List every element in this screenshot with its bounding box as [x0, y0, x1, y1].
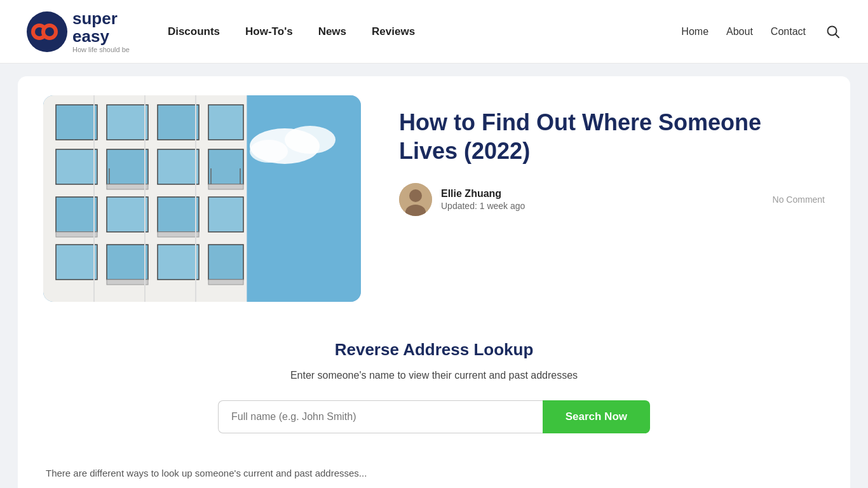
logo-text: super easy How life should be [72, 10, 130, 53]
svg-point-9 [285, 126, 336, 154]
content-card: How to Find Out Where Someone Lives (202… [18, 76, 850, 488]
svg-rect-18 [158, 149, 199, 184]
name-search-input[interactable] [218, 400, 543, 433]
nav-contact[interactable]: Contact [771, 26, 806, 37]
svg-rect-33 [107, 245, 148, 280]
svg-rect-13 [107, 105, 148, 140]
svg-rect-14 [158, 105, 199, 140]
search-icon [826, 25, 840, 39]
author-avatar [399, 183, 432, 216]
svg-rect-36 [107, 280, 148, 285]
hero-text: How to Find Out Where Someone Lives (202… [399, 95, 825, 216]
nav-discounts[interactable]: Discounts [168, 25, 220, 38]
nav-about[interactable]: About [726, 26, 753, 37]
lookup-form: Search Now [218, 400, 650, 433]
svg-rect-34 [158, 245, 199, 280]
svg-rect-12 [56, 105, 97, 140]
author-row: Ellie Zhuang Updated: 1 week ago No Comm… [399, 183, 825, 216]
hero-section: How to Find Out Where Someone Lives (202… [43, 95, 825, 302]
main-content: How to Find Out Where Someone Lives (202… [0, 64, 868, 488]
lookup-subtitle: Enter someone's name to view their curre… [56, 370, 812, 381]
author-date: Updated: 1 week ago [441, 201, 525, 211]
svg-rect-37 [208, 280, 243, 285]
svg-rect-20 [107, 184, 148, 189]
svg-point-43 [409, 189, 422, 202]
svg-rect-29 [208, 197, 243, 232]
search-toggle-button[interactable] [824, 22, 843, 41]
hero-building-svg [43, 95, 361, 302]
svg-point-4 [45, 27, 54, 36]
svg-rect-31 [158, 232, 199, 237]
nav-howtos[interactable]: How-To's [245, 25, 293, 38]
nav-reviews[interactable]: Reviews [372, 25, 415, 38]
right-nav: Home About Contact [681, 22, 843, 41]
nav-home[interactable]: Home [681, 26, 709, 37]
avatar-image [399, 183, 432, 216]
svg-rect-21 [208, 184, 243, 189]
svg-rect-15 [208, 105, 243, 140]
bottom-hint-text: There are different ways to look up some… [43, 468, 825, 478]
main-nav: Discounts How-To's News Reviews [168, 25, 681, 38]
svg-rect-30 [56, 232, 97, 237]
site-header: super easy How life should be Discounts … [0, 0, 868, 64]
svg-point-10 [250, 140, 288, 163]
hero-image [43, 95, 361, 302]
logo-brand-super: super [72, 10, 130, 28]
logo-link[interactable]: super easy How life should be [25, 10, 130, 53]
svg-rect-28 [158, 197, 199, 232]
no-comment-label: No Comment [773, 194, 825, 205]
nav-news[interactable]: News [318, 25, 346, 38]
svg-rect-27 [107, 197, 148, 232]
logo-brand-easy: easy [72, 27, 130, 46]
logo-tagline: How life should be [72, 46, 130, 53]
svg-rect-26 [56, 197, 97, 232]
author-name: Ellie Zhuang [441, 188, 525, 200]
svg-line-6 [836, 34, 839, 37]
svg-rect-17 [107, 149, 148, 184]
svg-rect-16 [56, 149, 97, 184]
lookup-widget: Reverse Address Lookup Enter someone's n… [43, 334, 825, 452]
svg-rect-32 [56, 245, 97, 280]
lookup-title: Reverse Address Lookup [56, 340, 812, 360]
svg-rect-19 [208, 149, 243, 184]
author-info: Ellie Zhuang Updated: 1 week ago [441, 188, 525, 211]
svg-rect-35 [208, 245, 243, 280]
article-title: How to Find Out Where Someone Lives (202… [399, 108, 825, 165]
logo-icon [25, 10, 69, 53]
search-now-button[interactable]: Search Now [543, 400, 650, 433]
